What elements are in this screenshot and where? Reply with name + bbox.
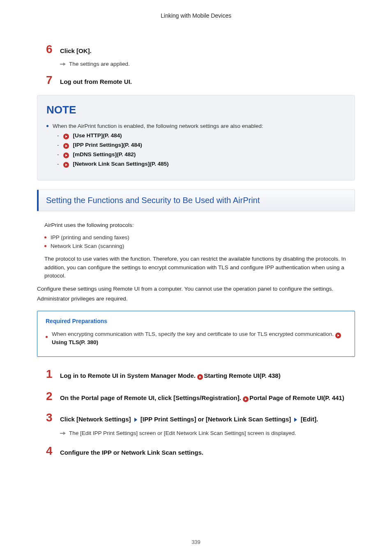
link-icon <box>335 333 341 338</box>
page-header: Linking with Mobile Devices <box>37 12 355 19</box>
step-2-title: On the Portal page of Remote UI, click [… <box>60 393 344 403</box>
prep-body-text: When encrypting communication with TLS, … <box>52 331 335 337</box>
section-para-1: The protocol to use varies with the func… <box>44 255 355 280</box>
result-arrow-icon <box>60 62 67 66</box>
bullet-icon <box>44 236 46 238</box>
dash-icon: - <box>57 161 59 167</box>
step-1-title-text: Log in to Remote UI in System Manager Mo… <box>60 372 197 379</box>
step-number: 4 <box>46 445 54 457</box>
result-arrow-icon <box>60 431 67 435</box>
link-icon <box>197 374 203 380</box>
dash-icon: - <box>57 142 59 148</box>
section-heading-container: Setting the Functions and Security to Be… <box>37 190 355 211</box>
step-7: 7 Log out from Remote UI. <box>37 74 355 86</box>
step-3-title: Click [Network Settings] [IPP Print Sett… <box>60 414 318 424</box>
dash-icon: - <box>57 151 59 157</box>
protocol-network-link-scan: Network Link Scan (scanning) <box>51 243 124 249</box>
link-icon <box>63 143 69 149</box>
step-3-part-b: [IPP Print Settings] or [Network Link Sc… <box>139 416 293 423</box>
section-intro: AirPrint uses the following protocols: <box>44 221 355 229</box>
step-4-title: Configure the IPP or Network Link Scan s… <box>60 449 203 456</box>
protocol-ipp: IPP (printing and sending faxes) <box>51 234 129 240</box>
link-mdns-settings[interactable]: [mDNS Settings](P. 482) <box>73 151 136 157</box>
section-para-3: Administrator privileges are required. <box>37 295 355 303</box>
link-icon <box>63 153 69 158</box>
bullet-icon <box>46 125 48 127</box>
triangle-sep-icon <box>134 418 137 422</box>
note-box: NOTE When the AirPrint function is enabl… <box>37 95 355 180</box>
triangle-sep-icon <box>294 418 297 422</box>
section-para-2: Configure these settings using Remote UI… <box>37 285 355 293</box>
step-6: 6 Click [OK]. The settings are applied. <box>37 44 355 67</box>
link-icon <box>243 396 249 402</box>
link-portal-page-remote-ui[interactable]: Portal Page of Remote UI(P. 441) <box>249 394 344 401</box>
step-number: 3 <box>46 412 54 423</box>
section-heading: Setting the Functions and Security to Be… <box>46 196 347 205</box>
note-label: NOTE <box>46 104 346 116</box>
step-6-title: Click [OK]. <box>60 47 92 54</box>
step-2-title-text: On the Portal page of Remote UI, click [… <box>60 394 243 401</box>
step-2: 2 On the Portal page of Remote UI, click… <box>37 391 355 403</box>
step-6-subtext: The settings are applied. <box>69 61 130 67</box>
step-number: 2 <box>46 391 54 402</box>
step-1-title: Log in to Remote UI in System Manager Mo… <box>60 372 281 379</box>
step-4: 4 Configure the IPP or Network Link Scan… <box>37 445 355 457</box>
note-lead: When the AirPrint function is enabled, t… <box>53 123 263 129</box>
bullet-icon <box>44 245 46 247</box>
step-7-title: Log out from Remote UI. <box>60 78 132 85</box>
link-ipp-print-settings[interactable]: [IPP Print Settings](P. 484) <box>73 142 142 148</box>
required-preparations-box: Required Preparations When encrypting co… <box>37 311 355 357</box>
step-number: 6 <box>46 44 54 55</box>
link-use-http[interactable]: [Use HTTP](P. 484) <box>73 132 122 139</box>
dash-icon: - <box>57 132 59 139</box>
step-number: 1 <box>46 368 54 380</box>
link-icon <box>63 134 69 139</box>
link-network-link-scan-settings[interactable]: [Network Link Scan Settings](P. 485) <box>73 161 169 167</box>
page-number: 339 <box>0 539 392 545</box>
link-starting-remote-ui[interactable]: Starting Remote UI(P. 438) <box>204 372 280 379</box>
prep-body: When encrypting communication with TLS, … <box>52 330 346 347</box>
step-3-part-c: [Edit]. <box>299 416 318 423</box>
step-3: 3 Click [Network Settings] [IPP Print Se… <box>37 412 355 436</box>
bullet-icon <box>46 336 48 338</box>
link-icon <box>63 162 69 168</box>
step-3-part-a: Click [Network Settings] <box>60 416 133 423</box>
link-using-tls[interactable]: Using TLS(P. 380) <box>52 339 98 345</box>
step-3-subtext: The [Edit IPP Print Settings] screen or … <box>69 430 296 436</box>
required-preparations-title: Required Preparations <box>46 318 346 324</box>
step-number: 7 <box>46 74 54 86</box>
step-1: 1 Log in to Remote UI in System Manager … <box>37 368 355 380</box>
